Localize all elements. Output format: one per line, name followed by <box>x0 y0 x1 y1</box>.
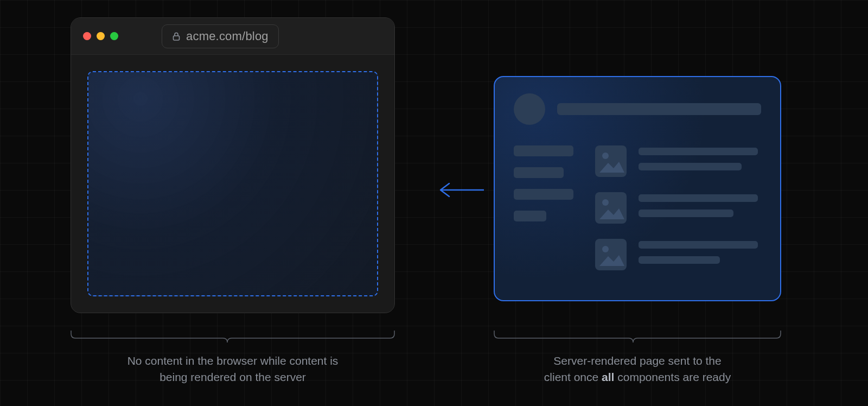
bracket-right <box>494 330 781 345</box>
traffic-light-zoom-icon <box>110 32 118 40</box>
text-line-placeholder <box>639 210 733 217</box>
sidebar-placeholder <box>514 145 573 270</box>
sidebar-item-placeholder <box>514 145 573 156</box>
traffic-light-minimize-icon <box>97 32 105 40</box>
title-placeholder <box>557 103 761 115</box>
address-bar: acme.com/blog <box>162 24 279 48</box>
arrow-left-icon <box>434 179 488 201</box>
post-placeholder <box>595 192 761 224</box>
browser-window: acme.com/blog <box>71 17 395 313</box>
post-placeholder <box>595 145 761 177</box>
sidebar-item-placeholder <box>514 189 573 200</box>
caption-right-line1: Server-rendered page sent to the <box>553 354 721 367</box>
browser-titlebar: acme.com/blog <box>71 18 394 55</box>
text-line-placeholder <box>639 148 758 155</box>
avatar-placeholder-icon <box>514 93 545 125</box>
text-line-placeholder <box>639 241 758 249</box>
card-header <box>514 93 761 125</box>
text-line-placeholder <box>639 194 758 202</box>
image-placeholder-icon <box>595 192 627 224</box>
svg-point-4 <box>602 246 609 252</box>
bracket-left <box>71 330 395 345</box>
sidebar-item-placeholder <box>514 211 546 221</box>
svg-point-3 <box>602 199 609 206</box>
text-line-placeholder <box>639 163 742 170</box>
image-placeholder-icon <box>595 145 627 177</box>
post-placeholder <box>595 239 761 270</box>
diagram-canvas: acme.com/blog No content in the browser … <box>0 0 868 406</box>
text-lines-placeholder <box>639 192 761 217</box>
traffic-light-close-icon <box>83 32 91 40</box>
image-placeholder-icon <box>595 239 627 270</box>
caption-right: Server-rendered page sent to the client … <box>477 353 797 386</box>
svg-point-2 <box>602 153 609 159</box>
caption-left: No content in the browser while content … <box>71 353 395 386</box>
caption-left-line2: being rendered on the server <box>159 371 306 383</box>
address-url: acme.com/blog <box>186 29 269 43</box>
server-rendered-card <box>494 76 781 301</box>
caption-left-line1: No content in the browser while content … <box>127 354 339 367</box>
text-lines-placeholder <box>639 145 761 170</box>
empty-viewport-placeholder <box>87 71 378 296</box>
svg-rect-0 <box>174 36 180 40</box>
text-lines-placeholder <box>639 239 761 264</box>
caption-right-line2-before: client once <box>544 371 602 383</box>
caption-right-line2-after: components are ready <box>614 371 731 383</box>
lock-icon <box>172 31 181 41</box>
caption-right-bold: all <box>602 371 614 383</box>
sidebar-item-placeholder <box>514 167 564 178</box>
posts-placeholder <box>595 145 761 270</box>
text-line-placeholder <box>639 256 720 264</box>
traffic-lights <box>83 32 118 40</box>
